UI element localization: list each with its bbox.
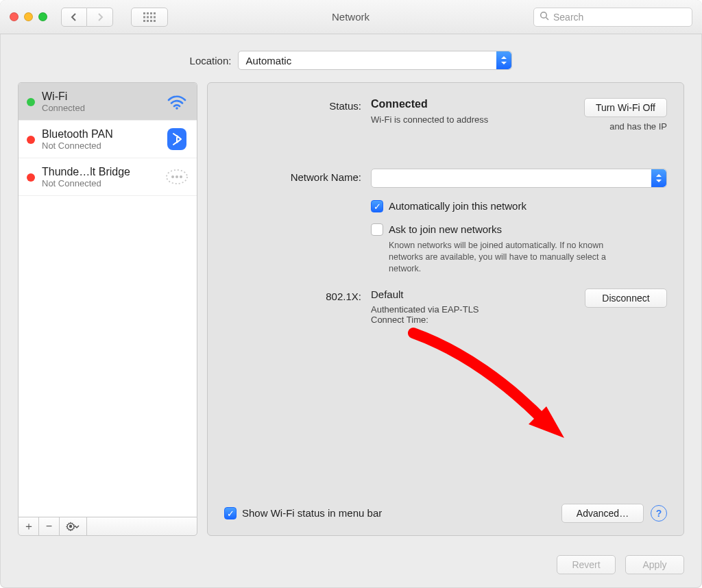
ask-join-label: Ask to join new networks	[389, 223, 502, 235]
search-icon	[540, 11, 549, 23]
body: Wi-Fi Connected Bluetooth PAN Not Connec…	[0, 82, 702, 547]
ask-join-desc: Known networks will be joined automatica…	[371, 240, 618, 275]
search-placeholder: Search	[553, 12, 583, 23]
svg-point-12	[541, 12, 547, 19]
status-dot-icon	[27, 173, 35, 182]
apply-button[interactable]: Apply	[625, 555, 684, 574]
svg-rect-7	[154, 16, 156, 18]
add-interface-button[interactable]: ＋	[19, 517, 39, 535]
interface-status: Connected	[42, 103, 158, 113]
window-controls	[10, 12, 47, 21]
window-footer: Revert Apply	[0, 547, 702, 588]
location-select[interactable]: Automatic	[238, 51, 512, 70]
auto-join-checkbox[interactable]: Automatically join this network	[371, 200, 667, 212]
svg-rect-0	[143, 12, 145, 14]
status-label: Status:	[224, 98, 361, 112]
svg-rect-8	[143, 20, 145, 22]
revert-button[interactable]: Revert	[557, 555, 616, 574]
sidebar-item-wifi[interactable]: Wi-Fi Connected	[19, 83, 197, 121]
dot1x-label: 802.1X:	[224, 289, 361, 302]
annotation-arrow-icon	[400, 323, 578, 446]
dot1x-auth: Authenticated via EAP-TLS	[371, 304, 572, 315]
panel-footer: Show Wi-Fi status in menu bar Advanced… …	[224, 495, 667, 523]
location-value: Automatic	[245, 55, 291, 66]
network-name-label: Network Name:	[224, 145, 361, 183]
svg-point-17	[171, 175, 174, 178]
close-icon[interactable]	[10, 12, 19, 21]
checkbox-icon	[371, 223, 383, 236]
titlebar: Network Search	[0, 0, 702, 34]
interface-name: Wi-Fi	[42, 90, 158, 103]
status-dot-icon	[27, 136, 35, 144]
help-button[interactable]: ?	[651, 505, 667, 522]
svg-rect-10	[150, 20, 152, 22]
svg-rect-2	[150, 12, 152, 14]
nav-arrows	[61, 8, 113, 27]
interface-name: Bluetooth PAN	[42, 128, 158, 140]
sidebar-item-bluetooth[interactable]: Bluetooth PAN Not Connected	[19, 121, 197, 158]
bluetooth-icon	[165, 127, 189, 151]
checkbox-icon	[224, 507, 237, 519]
show-all-button[interactable]	[131, 8, 168, 27]
svg-rect-11	[154, 20, 156, 22]
network-name-select[interactable]	[371, 169, 667, 188]
show-menu-bar-label: Show Wi-Fi status in menu bar	[242, 507, 382, 519]
thunderbolt-icon	[165, 165, 189, 188]
svg-point-18	[176, 175, 178, 178]
ask-join-checkbox[interactable]: Ask to join new networks	[371, 223, 667, 236]
turn-wifi-off-button[interactable]: Turn Wi-Fi Off	[584, 98, 667, 117]
status-desc: Wi-Fi is connected to address	[371, 114, 535, 125]
zoom-icon[interactable]	[38, 12, 47, 21]
interface-list: Wi-Fi Connected Bluetooth PAN Not Connec…	[18, 82, 197, 517]
svg-rect-9	[147, 20, 149, 22]
interface-status: Not Connected	[42, 178, 158, 188]
window-title: Network	[175, 11, 526, 23]
svg-rect-1	[147, 12, 149, 14]
advanced-button[interactable]: Advanced…	[561, 504, 644, 523]
show-menu-bar-checkbox[interactable]: Show Wi-Fi status in menu bar	[224, 507, 382, 519]
ip-note: and has the IP	[584, 121, 667, 132]
interface-status: Not Connected	[42, 140, 158, 151]
location-row: Location: Automatic	[0, 34, 702, 82]
chevron-updown-icon	[651, 169, 666, 187]
wifi-icon	[165, 90, 189, 113]
dot1x-connect-time: Connect Time:	[371, 315, 572, 325]
network-prefs-window: Network Search Location: Automatic Wi-Fi	[0, 0, 702, 588]
location-label: Location:	[190, 55, 232, 66]
svg-line-13	[546, 18, 549, 21]
svg-marker-21	[529, 406, 564, 438]
interface-name: Thunde…lt Bridge	[42, 166, 158, 178]
svg-rect-4	[143, 16, 145, 18]
svg-rect-6	[150, 16, 152, 18]
back-button[interactable]	[61, 8, 87, 27]
svg-rect-5	[147, 16, 149, 18]
interface-sidebar: Wi-Fi Connected Bluetooth PAN Not Connec…	[18, 82, 197, 536]
svg-point-14	[176, 107, 178, 110]
status-dot-icon	[27, 98, 35, 106]
svg-point-20	[69, 525, 71, 528]
forward-button[interactable]	[87, 8, 113, 27]
checkbox-icon	[371, 200, 383, 212]
sidebar-item-thunderbolt[interactable]: Thunde…lt Bridge Not Connected	[19, 158, 197, 196]
minimize-icon[interactable]	[24, 12, 33, 21]
search-input[interactable]: Search	[533, 8, 692, 27]
sidebar-footer: ＋ −	[18, 517, 197, 536]
dot1x-value: Default	[371, 289, 572, 300]
auto-join-label: Automatically join this network	[389, 200, 526, 212]
svg-rect-3	[154, 12, 156, 14]
interface-actions-menu[interactable]	[60, 517, 87, 535]
interface-detail-panel: Status: Connected Wi-Fi is connected to …	[207, 82, 684, 536]
disconnect-button[interactable]: Disconnect	[585, 289, 667, 308]
svg-point-19	[180, 175, 182, 178]
remove-interface-button[interactable]: −	[39, 517, 60, 535]
status-value: Connected	[371, 98, 572, 110]
chevron-updown-icon	[496, 51, 511, 69]
